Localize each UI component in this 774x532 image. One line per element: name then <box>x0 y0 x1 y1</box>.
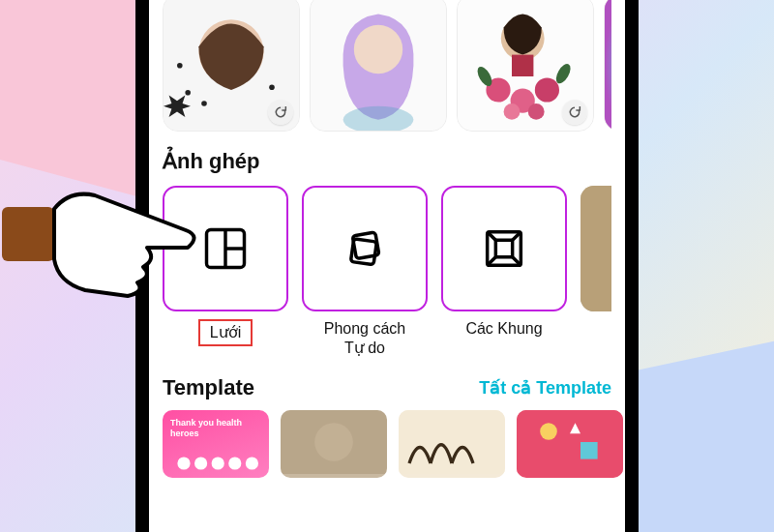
collage-preview-thumbnail[interactable] <box>580 186 611 311</box>
effect-thumbnail[interactable] <box>310 0 447 132</box>
template-thumbnail[interactable] <box>281 410 387 478</box>
effect-thumbnail[interactable] <box>457 0 594 132</box>
svg-point-45 <box>540 423 557 440</box>
svg-point-15 <box>535 77 559 102</box>
grid-icon <box>200 223 251 274</box>
svg-point-36 <box>177 457 190 469</box>
section-title-collage: Ảnh ghép <box>163 149 611 174</box>
frames-icon <box>479 223 529 274</box>
template-thumbnail[interactable] <box>399 410 505 478</box>
svg-point-38 <box>212 457 224 469</box>
svg-point-39 <box>228 457 241 469</box>
collage-label-line1: Phong cách <box>324 320 406 337</box>
section-title-template: Template <box>163 375 254 400</box>
svg-rect-28 <box>495 240 512 256</box>
phone-frame: Ảnh ghép Lưới <box>135 0 639 532</box>
svg-rect-43 <box>399 410 505 474</box>
svg-point-3 <box>201 101 207 106</box>
svg-rect-47 <box>2 207 54 261</box>
svg-rect-46 <box>580 442 598 459</box>
template-thumbnail[interactable]: Thank you health heroes <box>163 410 269 478</box>
portrait-illustration <box>605 0 611 132</box>
collage-label-line2: Tự do <box>344 340 385 356</box>
svg-rect-44 <box>517 410 623 474</box>
svg-point-17 <box>528 103 545 120</box>
svg-point-16 <box>504 103 521 120</box>
all-templates-link[interactable]: Tất cả Template <box>479 377 611 399</box>
svg-rect-21 <box>605 0 611 132</box>
collage-option-freestyle[interactable]: Phong cách Tự do <box>302 186 428 358</box>
svg-rect-12 <box>512 55 533 76</box>
svg-point-5 <box>177 63 183 69</box>
collage-label: Các Khung <box>441 319 567 339</box>
svg-rect-33 <box>580 186 611 311</box>
highlighted-label: Lưới <box>198 319 253 346</box>
freestyle-icon <box>340 223 390 274</box>
effects-row <box>163 0 611 132</box>
template-thumbnail[interactable] <box>517 410 623 478</box>
effect-thumbnail[interactable] <box>163 0 300 132</box>
pointer-hand-annotation <box>2 155 205 310</box>
refresh-icon[interactable] <box>562 100 587 125</box>
collage-options-row: Lưới Phong cách Tự do <box>163 186 611 358</box>
collage-option-frames[interactable]: Các Khung <box>441 186 567 358</box>
svg-rect-42 <box>281 410 387 474</box>
svg-point-8 <box>354 25 402 74</box>
svg-point-4 <box>269 84 275 90</box>
effect-thumbnail[interactable] <box>604 0 611 132</box>
svg-point-2 <box>185 90 191 96</box>
template-row: Thank you health heroes <box>163 410 611 478</box>
refresh-icon[interactable] <box>268 100 293 125</box>
portrait-illustration <box>311 0 446 131</box>
svg-point-37 <box>194 457 207 469</box>
svg-point-40 <box>246 457 258 469</box>
app-screen: Ảnh ghép Lưới <box>149 0 625 532</box>
